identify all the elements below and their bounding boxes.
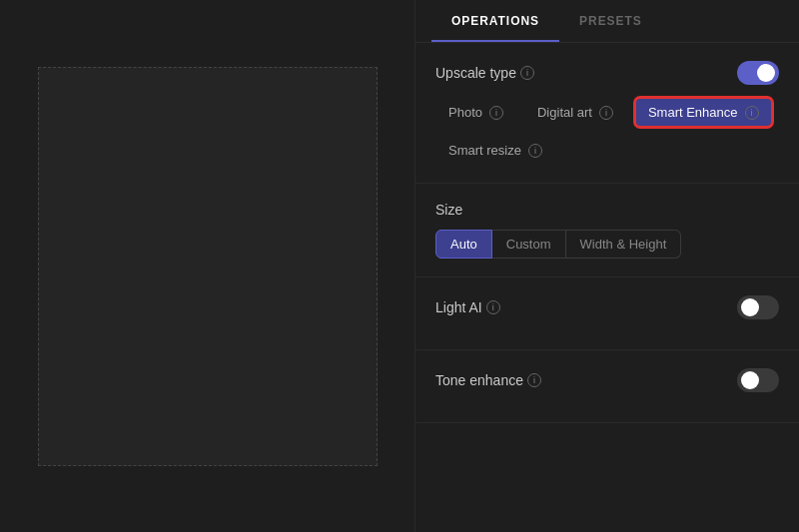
light-ai-section: Light AI i <box>415 277 799 350</box>
light-ai-toggle[interactable] <box>737 295 779 319</box>
tone-enhance-info-icon[interactable]: i <box>527 373 541 387</box>
upscale-btn-digital-art[interactable]: Digital art i <box>524 97 626 128</box>
upscale-type-header: Upscale type i <box>435 61 779 85</box>
tone-enhance-label: Tone enhance <box>435 372 523 388</box>
size-section: Size Auto Custom Width & Height <box>415 184 799 277</box>
tone-enhance-toggle[interactable] <box>737 368 779 392</box>
light-ai-header: Light AI i <box>435 295 779 319</box>
upscale-type-buttons: Photo i Digital art i Smart Enhance i Sm… <box>435 97 779 165</box>
light-ai-label: Light AI <box>435 299 482 315</box>
tab-presets[interactable]: PRESETS <box>559 0 662 42</box>
photo-info-icon[interactable]: i <box>489 106 503 120</box>
upscale-type-toggle[interactable] <box>737 61 779 85</box>
size-btn-width-height[interactable]: Width & Height <box>566 230 682 259</box>
upscale-type-label: Upscale type <box>435 65 516 81</box>
tone-enhance-header: Tone enhance i <box>435 368 779 392</box>
size-header: Size <box>435 202 779 218</box>
size-btn-custom[interactable]: Custom <box>492 230 566 259</box>
light-ai-title-row: Light AI i <box>435 299 500 315</box>
smart-resize-info-icon[interactable]: i <box>528 144 542 158</box>
image-canvas <box>0 0 414 532</box>
size-label: Size <box>435 202 462 218</box>
size-btn-auto[interactable]: Auto <box>435 230 492 259</box>
digital-art-info-icon[interactable]: i <box>599 106 613 120</box>
right-panel: OPERATIONS PRESETS Upscale type i Photo … <box>414 0 799 532</box>
tone-enhance-title-row: Tone enhance i <box>435 372 541 388</box>
tone-enhance-section: Tone enhance i <box>415 350 799 423</box>
smart-enhance-info-icon[interactable]: i <box>745 106 759 120</box>
size-buttons: Auto Custom Width & Height <box>435 230 779 259</box>
upscale-title-row: Upscale type i <box>435 65 534 81</box>
light-ai-info-icon[interactable]: i <box>486 300 500 314</box>
image-placeholder <box>38 67 378 466</box>
tab-operations[interactable]: OPERATIONS <box>431 0 559 42</box>
upscale-btn-smart-enhance[interactable]: Smart Enhance i <box>634 97 773 128</box>
tab-bar: OPERATIONS PRESETS <box>415 0 799 43</box>
upscale-type-info-icon[interactable]: i <box>520 66 534 80</box>
upscale-btn-smart-resize[interactable]: Smart resize i <box>435 136 555 165</box>
upscale-type-section: Upscale type i Photo i Digital art i Sma… <box>415 43 799 184</box>
upscale-btn-photo[interactable]: Photo i <box>435 97 516 128</box>
